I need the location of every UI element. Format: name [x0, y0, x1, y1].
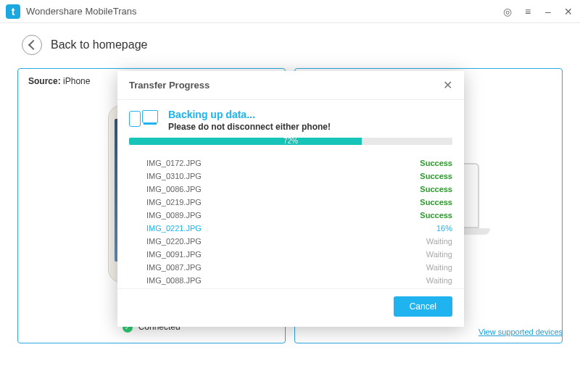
file-status: Success	[420, 198, 452, 207]
file-row: IMG_0088.JPGWaiting	[146, 274, 457, 287]
progress-label: 72%	[283, 138, 298, 145]
file-status: Waiting	[426, 237, 452, 246]
app-logo-icon: t	[6, 4, 20, 19]
back-label[interactable]: Back to homepage	[51, 38, 147, 51]
file-status: Waiting	[426, 276, 452, 285]
file-row: IMG_0089.JPGSuccess	[146, 209, 457, 222]
modal-heading: Backing up data...	[168, 109, 331, 120]
file-row: IMG_0219.JPGSuccess	[146, 196, 457, 209]
file-name: IMG_0310.JPG	[146, 172, 202, 180]
cancel-button[interactable]: Cancel	[394, 296, 452, 317]
file-list[interactable]: IMG_0172.JPGSuccessIMG_0310.JPGSuccessIM…	[117, 151, 464, 288]
close-window-icon[interactable]: ✕	[563, 6, 574, 17]
source-header-label: Source:	[28, 76, 61, 86]
file-name: IMG_0088.JPG	[146, 276, 202, 285]
file-row: IMG_0221.JPG16%	[146, 222, 457, 235]
file-status: Success	[420, 172, 452, 180]
file-name: IMG_0086.JPG	[146, 185, 202, 193]
progress-bar: 72%	[129, 138, 452, 145]
file-name: IMG_0220.JPG	[146, 237, 202, 246]
close-icon[interactable]: ✕	[443, 78, 452, 92]
modal-subheading: Please do not disconnect either phone!	[168, 122, 331, 132]
file-name: IMG_0091.JPG	[146, 250, 202, 259]
file-row: IMG_0310.JPGSuccess	[146, 170, 457, 183]
file-status: 16%	[436, 224, 452, 233]
app-title: Wondershare MobileTrans	[26, 6, 502, 17]
file-status: Waiting	[426, 250, 452, 259]
back-row: Back to homepage	[0, 23, 580, 61]
file-status: Waiting	[426, 263, 452, 272]
file-row: IMG_0220.JPGWaiting	[146, 235, 457, 248]
file-name: IMG_0087.JPG	[146, 263, 202, 272]
source-header-value: iPhone	[63, 76, 90, 86]
file-row: IMG_0086.JPGSuccess	[146, 183, 457, 196]
back-arrow-icon[interactable]	[22, 35, 42, 55]
file-row: IMG_0172.JPGSuccess	[146, 157, 457, 170]
file-status: Success	[420, 159, 452, 167]
feedback-icon[interactable]: ◎	[502, 6, 513, 17]
file-name: IMG_0219.JPG	[146, 198, 202, 207]
minimize-icon[interactable]: –	[542, 6, 554, 17]
phone-laptop-icon	[129, 109, 158, 128]
file-row: IMG_0091.JPGWaiting	[146, 248, 457, 261]
file-name: IMG_0172.JPG	[146, 159, 202, 167]
supported-devices-link[interactable]: View supported devices	[478, 328, 563, 336]
titlebar: t Wondershare MobileTrans ◎ ≡ – ✕	[0, 0, 580, 23]
transfer-progress-modal: Transfer Progress ✕ Backing up data... P…	[117, 71, 464, 327]
file-name: IMG_0221.JPG	[146, 224, 202, 233]
file-row: IMG_0087.JPGWaiting	[146, 261, 457, 274]
menu-icon[interactable]: ≡	[522, 6, 534, 17]
file-status: Success	[420, 211, 452, 220]
file-name: IMG_0089.JPG	[146, 211, 202, 220]
file-status: Success	[420, 185, 452, 193]
modal-title: Transfer Progress	[129, 80, 210, 91]
